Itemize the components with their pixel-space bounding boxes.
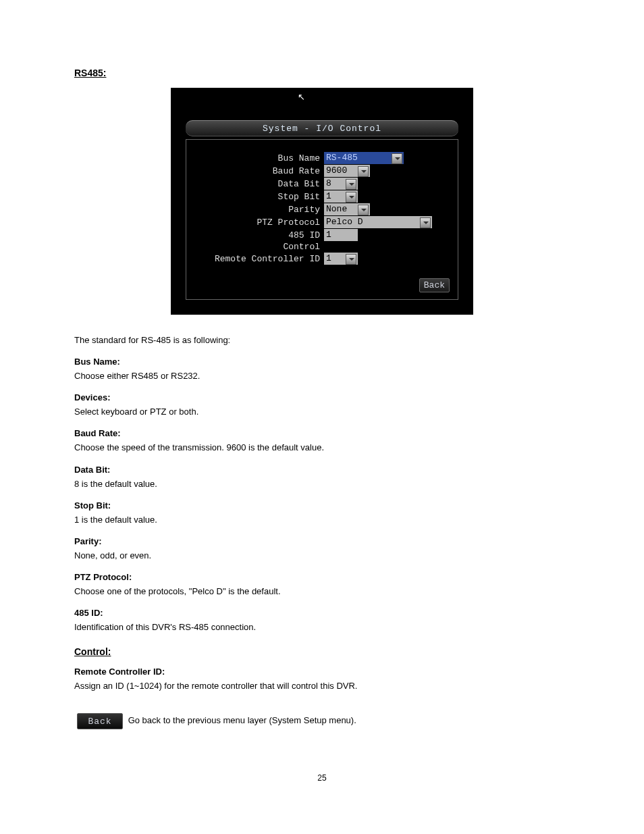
rs485-intro-text: The standard for RS-485 is as following:	[74, 334, 570, 347]
cursor-icon: ↖	[298, 92, 305, 102]
select-stop-bit[interactable]: 1	[324, 190, 358, 203]
desc-bus-name: Choose either RS485 or RS232.	[74, 369, 570, 383]
term-devices: Devices:	[74, 392, 570, 402]
label-485-id: 485 ID	[194, 230, 324, 240]
term-ptz-protocol: PTZ Protocol:	[74, 572, 570, 582]
label-control: Control	[194, 242, 324, 252]
desc-devices: Select keyboard or PTZ or both.	[74, 405, 570, 419]
desc-data-bit: 8 is the default value.	[74, 477, 570, 491]
label-data-bit: Data Bit	[194, 179, 324, 189]
select-bus-name[interactable]: RS-485	[324, 152, 404, 164]
select-baud-rate[interactable]: 9600	[324, 165, 370, 177]
desc-stop-bit: 1 is the default value.	[74, 513, 570, 527]
term-parity: Parity:	[74, 536, 570, 546]
page-number: 25	[0, 773, 644, 783]
term-bus-name: Bus Name:	[74, 357, 570, 367]
term-baud-rate: Baud Rate:	[74, 428, 570, 438]
label-parity: Parity	[194, 205, 324, 215]
section-heading-rs485: RS485:	[74, 68, 570, 78]
desc-baud-rate: Choose the speed of the transmission. 96…	[74, 441, 570, 454]
io-control-screenshot: ↖ System - I/O Control Bus Name RS-485 B…	[171, 88, 473, 315]
label-ptz-protocol: PTZ Protocol	[194, 217, 324, 228]
back-line: Back Go back to the previous menu layer …	[74, 713, 570, 729]
term-data-bit: Data Bit:	[74, 465, 570, 475]
desc-ptz-protocol: Choose one of the protocols, "Pelco D" i…	[74, 585, 570, 598]
select-parity[interactable]: None	[324, 203, 370, 215]
section-heading-control: Control:	[74, 646, 570, 657]
desc-remote-controller-id: Assign an ID (1~1024) for the remote con…	[74, 679, 570, 693]
label-stop-bit: Stop Bit	[194, 192, 324, 202]
label-remote-id: Remote Controller ID	[194, 254, 324, 264]
select-data-bit[interactable]: 8	[324, 178, 358, 190]
desc-parity: None, odd, or even.	[74, 549, 570, 563]
term-remote-controller-id: Remote Controller ID:	[74, 667, 570, 677]
term-stop-bit: Stop Bit:	[74, 500, 570, 511]
desc-back: Go back to the previous menu layer (Syst…	[128, 716, 356, 726]
dialog-title: System - I/O Control	[186, 120, 458, 136]
label-baud-rate: Baud Rate	[194, 166, 324, 176]
inline-back-button: Back	[77, 713, 123, 729]
desc-485-id: Identification of this DVR's RS-485 conn…	[74, 621, 570, 634]
term-485-id: 485 ID:	[74, 608, 570, 618]
select-ptz-protocol[interactable]: Pelco D	[324, 216, 432, 228]
back-button[interactable]: Back	[419, 278, 450, 292]
label-bus-name: Bus Name	[194, 153, 324, 163]
input-485-id[interactable]: 1	[324, 229, 358, 241]
select-remote-id[interactable]: 1	[324, 253, 358, 265]
dialog-panel: Bus Name RS-485 Baud Rate 9600 Data Bit …	[186, 139, 458, 300]
